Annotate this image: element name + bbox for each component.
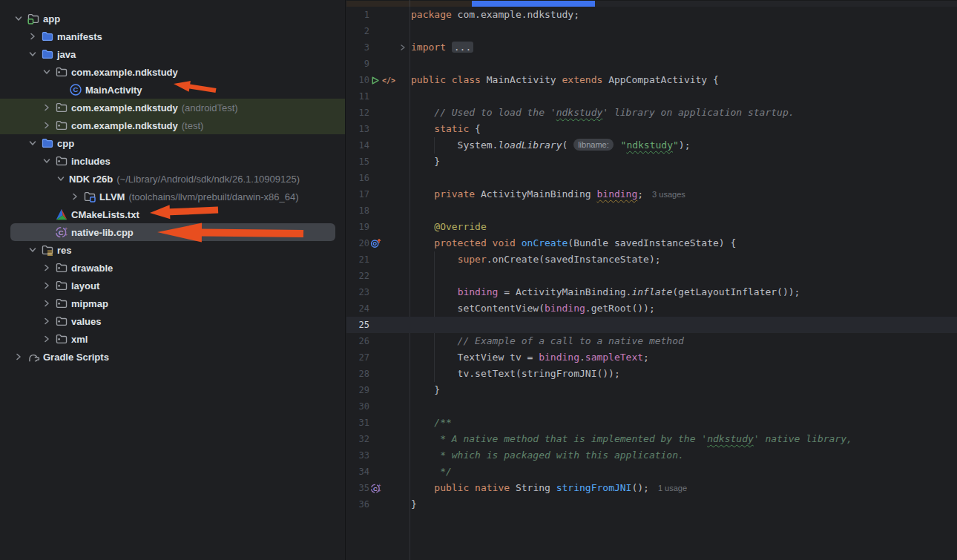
- code-line-21[interactable]: 21 super.onCreate(savedInstanceState);: [346, 251, 957, 268]
- code-line-35[interactable]: 35C++ public native String stringFromJNI…: [346, 480, 957, 496]
- code-tag-icon[interactable]: </>: [382, 76, 395, 85]
- tree-row-xml[interactable]: xml: [0, 330, 345, 348]
- line-number: 13: [346, 121, 369, 137]
- chevron-right-icon[interactable]: [70, 191, 80, 202]
- code-token: static: [434, 123, 469, 134]
- line-number: 1: [346, 7, 369, 23]
- code-line-32[interactable]: 32 * A native method that is implemented…: [346, 431, 957, 447]
- chevron-down-icon[interactable]: [13, 13, 24, 24]
- code-line-18[interactable]: 18: [346, 202, 957, 219]
- chevron-right-icon[interactable]: [27, 31, 38, 42]
- code-token: binding: [539, 352, 579, 363]
- code-line-1[interactable]: 1package com.example.ndkstudy;: [346, 7, 957, 23]
- code-line-30[interactable]: 30: [346, 398, 957, 415]
- chevron-right-icon[interactable]: [42, 102, 52, 113]
- tree-row-layout[interactable]: layout: [0, 277, 345, 294]
- code-line-34[interactable]: 34 */: [346, 464, 957, 480]
- code-line-3[interactable]: 3import ...: [346, 39, 957, 56]
- chevron-down-icon[interactable]: [42, 67, 52, 77]
- code-line-17[interactable]: 17 private ActivityMainBinding binding;3…: [346, 186, 957, 202]
- code-token: tv.setText(stringFromJNI());: [411, 368, 620, 379]
- chevron-down-icon[interactable]: [56, 174, 66, 184]
- chevron-right-icon[interactable]: [13, 352, 24, 362]
- code-line-14[interactable]: 14 System.loadLibrary( libname: "ndkstud…: [346, 137, 957, 154]
- code-line-13[interactable]: 13 static {: [346, 121, 957, 137]
- code-line-26[interactable]: 26 // Example of a call to a native meth…: [346, 333, 957, 349]
- code-line-12[interactable]: 12 // Used to load the 'ndkstudy' librar…: [346, 105, 957, 121]
- code-line-25[interactable]: 25: [346, 317, 957, 333]
- code-token: [487, 237, 493, 248]
- code-line-29[interactable]: 29 }: [346, 382, 957, 398]
- cmake-icon: [55, 208, 68, 221]
- svg-text:C: C: [373, 485, 378, 492]
- override-icon[interactable]: [370, 238, 382, 248]
- code-token: [411, 237, 434, 248]
- code-line-24[interactable]: 24 setContentView(binding.getRoot());: [346, 300, 957, 317]
- tree-row-mainactivity[interactable]: CMainActivity: [0, 81, 345, 99]
- code-line-33[interactable]: 33 * which is packaged with this applica…: [346, 447, 957, 464]
- tree-row-cmakelists-txt[interactable]: CMakeLists.txt: [0, 205, 345, 223]
- code-token: }: [411, 384, 440, 395]
- cpp-method-icon[interactable]: C++: [370, 483, 381, 494]
- code-line-9[interactable]: 9: [346, 56, 957, 72]
- tree-row-java[interactable]: java: [0, 45, 345, 63]
- android-studio-window: appmanifestsjava com.example.ndkstudy CM…: [0, 0, 957, 560]
- editor-tab-strip[interactable]: [346, 0, 957, 7]
- code-text: // Used to load the 'ndkstudy' library o…: [411, 105, 795, 121]
- line-number: 12: [346, 105, 369, 121]
- tree-row-cpp[interactable]: cpp: [0, 134, 345, 152]
- tree-item-hint: (test): [182, 120, 204, 131]
- chevron-right-icon[interactable]: [42, 298, 52, 309]
- tree-row-includes[interactable]: includes: [0, 152, 345, 170]
- tree-row-values[interactable]: values: [0, 312, 345, 330]
- chevron-right-icon[interactable]: [42, 316, 52, 326]
- tree-row-manifests[interactable]: manifests: [0, 27, 345, 45]
- folded-imports[interactable]: ...: [452, 42, 473, 53]
- fold-chevron-icon[interactable]: [399, 39, 407, 56]
- tree-row-ndk-r26b[interactable]: NDK r26b(~/Library/Android/sdk/ndk/26.1.…: [0, 170, 345, 188]
- code-token: [516, 237, 522, 248]
- code-line-28[interactable]: 28 tv.setText(stringFromJNI());: [346, 366, 957, 382]
- code-line-23[interactable]: 23 binding = ActivityMainBinding.inflate…: [346, 284, 957, 300]
- code-line-20[interactable]: 20 protected void onCreate(Bundle savedI…: [346, 235, 957, 251]
- chevron-down-icon[interactable]: [27, 49, 38, 59]
- tree-row-gradle-scripts[interactable]: Gradle Scripts: [0, 348, 345, 366]
- code-token: String: [510, 482, 556, 493]
- code-token: ();: [631, 482, 648, 493]
- code-text: tv.setText(stringFromJNI());: [411, 366, 620, 382]
- chevron-down-icon[interactable]: [42, 156, 52, 166]
- code-line-2[interactable]: 2: [346, 23, 957, 39]
- tree-row-com-example-ndkstudy[interactable]: com.example.ndkstudy(androidTest): [0, 99, 345, 116]
- code-line-36[interactable]: 36}: [346, 496, 957, 513]
- cppfile-icon: C + +: [55, 225, 68, 239]
- tree-row-llvm[interactable]: LLVM(toolchains/llvm/prebuilt/darwin-x86…: [0, 188, 345, 205]
- tree-row-res[interactable]: res: [0, 241, 345, 259]
- tree-row-mipmap[interactable]: mipmap: [0, 294, 345, 312]
- chevron-right-icon[interactable]: [42, 120, 52, 131]
- code-token: /**: [411, 417, 452, 428]
- tree-row-native-lib-cpp[interactable]: C + +native-lib.cpp: [0, 223, 345, 241]
- chevron-down-icon[interactable]: [27, 245, 38, 255]
- usages-inlay[interactable]: 1 usage: [658, 484, 687, 493]
- chevron-right-icon[interactable]: [42, 280, 52, 291]
- usages-inlay[interactable]: 3 usages: [652, 190, 685, 199]
- run-icon[interactable]: [370, 76, 380, 85]
- code-line-15[interactable]: 15 }: [346, 154, 957, 170]
- chevron-down-icon[interactable]: [27, 138, 38, 148]
- code-line-16[interactable]: 16: [346, 170, 957, 186]
- code-line-19[interactable]: 19 @Override: [346, 219, 957, 235]
- chevron-right-icon[interactable]: [42, 263, 52, 273]
- code-line-11[interactable]: 11: [346, 88, 957, 105]
- code-area[interactable]: 1package com.example.ndkstudy;23import .…: [346, 7, 957, 513]
- tree-row-app[interactable]: app: [0, 10, 345, 27]
- code-line-31[interactable]: 31 /**: [346, 415, 957, 431]
- tree-row-com-example-ndkstudy[interactable]: com.example.ndkstudy: [0, 63, 345, 81]
- code-token: onCreate: [522, 237, 568, 248]
- code-line-10[interactable]: 10</>public class MainActivity extends A…: [346, 72, 957, 88]
- tree-row-drawable[interactable]: drawable: [0, 259, 345, 277]
- code-line-27[interactable]: 27 TextView tv = binding.sampleText;: [346, 349, 957, 366]
- code-line-22[interactable]: 22: [346, 268, 957, 284]
- tree-row-com-example-ndkstudy[interactable]: com.example.ndkstudy(test): [0, 116, 345, 134]
- chevron-right-icon[interactable]: [42, 334, 52, 344]
- code-token: (getLayoutInflater());: [672, 286, 800, 297]
